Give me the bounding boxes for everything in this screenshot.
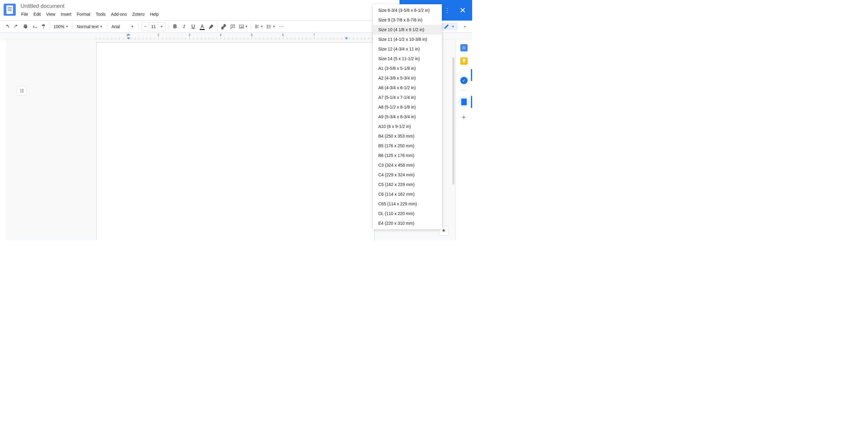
chevron-down-icon: ▼ xyxy=(272,25,275,28)
line-spacing-button[interactable]: ▼ xyxy=(265,22,277,31)
align-button[interactable]: ▼ xyxy=(253,22,265,31)
separator xyxy=(168,23,169,30)
page-size-option[interactable]: C3 (324 x 458 mm) xyxy=(373,160,442,170)
title-menu-area: Untitled document File Edit View Insert … xyxy=(19,2,161,18)
page-size-option[interactable]: A8 (5-1/2 x 8-1/8 in) xyxy=(373,102,442,112)
separator xyxy=(460,90,468,91)
tasks-addon-button[interactable] xyxy=(460,77,468,84)
spellcheck-button[interactable] xyxy=(30,22,39,31)
menu-help[interactable]: Help xyxy=(147,10,161,18)
collapse-toolbar-button[interactable] xyxy=(461,22,469,31)
print-button[interactable] xyxy=(21,22,30,31)
scrollbar-thumb[interactable] xyxy=(452,58,455,184)
menu-edit[interactable]: Edit xyxy=(31,10,43,18)
pencil-icon xyxy=(444,24,449,29)
get-addons-button[interactable]: + xyxy=(462,113,466,121)
page-size-option[interactable]: A9 (5-3/4 x 8-3/4 in) xyxy=(373,112,442,122)
page-size-option[interactable]: A1 (3-5/8 x 5-1/8 in) xyxy=(373,64,442,73)
text-color-button[interactable]: A xyxy=(198,22,207,31)
document-title[interactable]: Untitled document xyxy=(19,2,161,10)
chevron-down-icon: ▼ xyxy=(131,25,134,28)
page-size-option[interactable]: Size 14 (5 x 11-1/2 in) xyxy=(373,54,442,64)
page-size-option[interactable]: Size 12 (4-3/4 x 11 in) xyxy=(373,44,442,54)
zoom-value: 100% xyxy=(54,24,64,29)
separator xyxy=(107,23,107,30)
font-size-stepper: − 11 + xyxy=(141,22,165,31)
addon-menu-button[interactable]: ⋮ xyxy=(444,7,451,14)
menu-addons[interactable]: Add-ons xyxy=(108,10,129,18)
docs-logo[interactable] xyxy=(4,4,16,16)
page-size-option[interactable]: Size 6-3/4 (3-5/8 x 6-1/2 in) xyxy=(373,5,442,15)
active-addon-marker xyxy=(471,96,472,108)
underline-button[interactable]: U xyxy=(189,22,197,31)
decrease-font-button[interactable]: − xyxy=(142,22,149,31)
document-page[interactable] xyxy=(96,42,375,240)
menu-view[interactable]: View xyxy=(44,10,58,18)
highlight-button[interactable] xyxy=(207,22,216,31)
calendar-addon-button[interactable]: 31 xyxy=(460,44,468,52)
page-size-option[interactable]: B6 (125 x 176 mm) xyxy=(373,150,442,160)
menu-file[interactable]: File xyxy=(19,10,31,18)
insert-image-button[interactable]: ▼ xyxy=(238,22,249,31)
active-addon-marker xyxy=(471,69,472,81)
page-size-option[interactable]: A10 (6 x 9-1/2 in) xyxy=(373,122,442,131)
keep-addon-button[interactable] xyxy=(460,58,468,65)
paragraph-style-select[interactable]: Normal text ▼ xyxy=(74,24,105,29)
bold-button[interactable]: B xyxy=(171,22,179,31)
page-size-option[interactable]: C4 (229 x 324 mm) xyxy=(373,170,442,180)
page-size-option[interactable]: DL (110 x 220 mm) xyxy=(373,209,442,218)
chevron-down-icon: ▼ xyxy=(100,25,102,28)
font-size-value[interactable]: 11 xyxy=(149,23,158,30)
menu-tools[interactable]: Tools xyxy=(93,10,108,18)
editing-mode-button[interactable]: ▼ xyxy=(441,23,458,31)
page-size-option[interactable]: E4 (220 x 310 mm) xyxy=(373,218,442,228)
insert-link-button[interactable] xyxy=(219,22,228,31)
page-size-option[interactable]: C6 (114 x 162 mm) xyxy=(373,189,442,199)
font-value: Arial xyxy=(112,24,120,29)
side-panel: 31 + xyxy=(455,39,472,240)
menu-insert[interactable]: Insert xyxy=(58,10,74,18)
increase-font-button[interactable]: + xyxy=(158,22,165,31)
page-size-option[interactable]: C5 (162 x 229 mm) xyxy=(373,180,442,189)
chevron-down-icon: ▼ xyxy=(66,25,69,28)
separator xyxy=(50,23,50,30)
more-options-button[interactable]: ⋯ xyxy=(277,22,286,31)
page-size-option[interactable]: A7 (5-1/4 x 7-1/4 in) xyxy=(373,93,442,102)
redo-button[interactable] xyxy=(12,22,21,31)
page-size-option[interactable]: B4 (250 x 353 mm) xyxy=(373,131,442,141)
page-size-dropdown: Size 6-3/4 (3-5/8 x 6-1/2 in)Size 9 (3-7… xyxy=(373,4,442,229)
menu-format[interactable]: Format xyxy=(74,10,93,18)
contacts-icon xyxy=(461,99,467,105)
chevron-down-icon: ▼ xyxy=(452,25,455,28)
paint-format-button[interactable] xyxy=(39,22,48,31)
separator xyxy=(72,23,73,30)
zoom-select[interactable]: 100% ▼ xyxy=(52,24,70,29)
chevron-down-icon: ▼ xyxy=(245,25,248,28)
font-select[interactable]: Arial ▼ xyxy=(109,24,136,29)
page-size-option[interactable]: Size 11 (4-1/2 x 10-3/8 in) xyxy=(373,34,442,44)
svg-rect-0 xyxy=(240,25,244,28)
page-size-option[interactable]: Size 9 (3-7/8 x 8-7/8 in) xyxy=(373,15,442,25)
italic-button[interactable]: I xyxy=(180,22,188,31)
contacts-addon-button[interactable] xyxy=(459,97,469,107)
undo-button[interactable] xyxy=(3,22,11,31)
page-size-option[interactable]: C65 (114 x 229 mm) xyxy=(373,199,442,209)
menu-zotero[interactable]: Zotero xyxy=(130,10,147,18)
insert-comment-button[interactable] xyxy=(228,22,237,31)
page-size-option[interactable]: A6 (4-3/4 x 6-1/2 in) xyxy=(373,83,442,93)
separator xyxy=(217,23,218,30)
page-size-option[interactable]: A2 (4-3/8 x 5-3/4 in) xyxy=(373,73,442,83)
close-addon-button[interactable]: ✕ xyxy=(459,6,466,15)
menubar: File Edit View Insert Format Tools Add-o… xyxy=(19,10,161,18)
vertical-ruler[interactable] xyxy=(0,39,7,240)
show-outline-button[interactable] xyxy=(17,86,27,96)
page-size-option[interactable]: Size 10 (4 1/8 x 9 1/2 in) xyxy=(373,25,442,34)
page-size-option[interactable]: B5 (176 x 250 mm) xyxy=(373,141,442,150)
chevron-down-icon: ▼ xyxy=(260,25,263,28)
style-value: Normal text xyxy=(77,24,99,29)
docs-logo-icon xyxy=(6,5,13,14)
